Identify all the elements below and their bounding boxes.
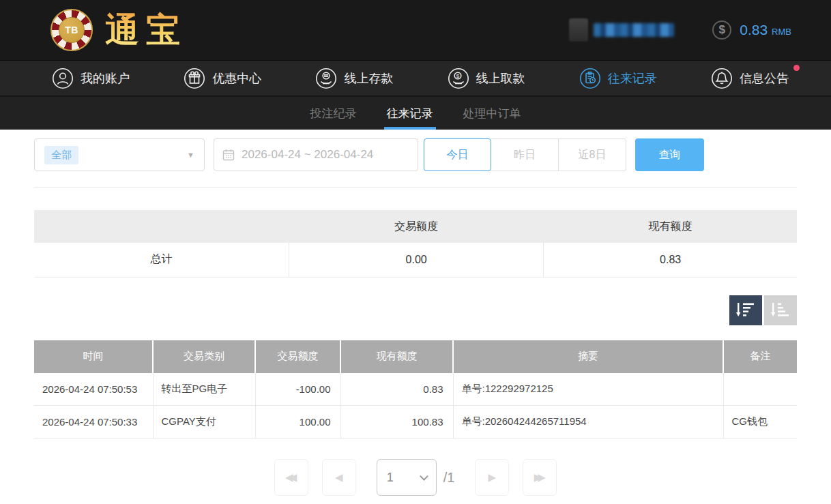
summary-total-label: 总计 <box>34 243 289 277</box>
tab-processing-orders[interactable]: 处理中订单 <box>448 97 536 130</box>
sort-ascending-button[interactable] <box>764 295 797 325</box>
gift-icon <box>184 68 205 89</box>
col-summary: 摘要 <box>453 340 723 373</box>
page-total: /1 <box>443 470 455 486</box>
calendar-icon <box>222 149 235 161</box>
divider <box>34 187 797 188</box>
table-row: 2026-04-24 07:50:53 转出至PG电子 -100.00 0.83… <box>34 373 797 406</box>
pagination: ◀◀ ◀ 1 /1 ▶ ▶▶ <box>34 459 797 496</box>
nav-item-deposit[interactable]: 线上存款 <box>315 68 393 89</box>
summary-header-row: 交易额度 现有额度 <box>34 210 797 243</box>
last-page-button[interactable]: ▶▶ <box>523 459 557 496</box>
table-header-row: 时间 交易类别 交易额度 现有额度 摘要 备注 <box>34 340 797 373</box>
nav-item-my-account[interactable]: 我的账户 <box>52 68 130 89</box>
cell-remark <box>723 373 797 406</box>
cell-transaction-amount: 100.00 <box>255 406 340 439</box>
last-8-days-button[interactable]: 近8日 <box>559 138 626 171</box>
cell-transaction-amount: -100.00 <box>255 373 340 406</box>
balance-currency: RMB <box>772 27 791 37</box>
nav-label: 线上取款 <box>476 70 525 87</box>
summary-table: 交易额度 现有额度 总计 0.00 0.83 <box>34 210 797 278</box>
sub-nav: 投注纪录 往来记录 处理中订单 <box>0 95 831 130</box>
nav-label: 线上存款 <box>344 70 393 87</box>
cell-type: 转出至PG电子 <box>153 373 255 406</box>
records-icon <box>579 68 601 89</box>
cell-remark: CG钱包 <box>723 406 797 439</box>
left-arrow-icon: ◀ <box>335 471 343 484</box>
cell-time: 2026-04-24 07:50:33 <box>34 406 153 439</box>
main-nav: 我的账户 优惠中心 线上存款 $ 线上取款 往 <box>0 60 831 95</box>
right-arrow-icon: ▶ <box>489 471 497 484</box>
page-select-wrap: 1 <box>377 459 437 496</box>
type-chip: 全部 <box>44 146 78 164</box>
col-remark: 备注 <box>723 340 797 373</box>
top-header: TB 通宝 $ 0.83 RMB <box>0 0 831 60</box>
tab-betting-records[interactable]: 投注纪录 <box>295 97 372 130</box>
page-select[interactable]: 1 <box>377 459 437 496</box>
cell-summary: 单号:202604244265711954 <box>453 406 723 439</box>
sort-controls <box>34 295 797 325</box>
quick-date-group: 今日 昨日 近8日 <box>424 138 626 171</box>
dollar-coin-icon: $ <box>712 20 731 40</box>
type-select[interactable]: 全部 ▼ <box>34 138 205 171</box>
nav-item-announcements[interactable]: 信息公告 <box>711 68 789 89</box>
avatar <box>569 18 588 42</box>
user-icon <box>52 68 74 89</box>
date-range-picker[interactable]: 2026-04-24 ~ 2026-04-24 <box>214 138 418 171</box>
search-button[interactable]: 查询 <box>635 138 704 171</box>
svg-text:$: $ <box>456 72 459 78</box>
poker-chip-icon: TB <box>50 9 93 51</box>
summary-header-empty <box>34 210 289 243</box>
logo[interactable]: TB 通宝 <box>50 8 187 53</box>
notification-dot <box>793 65 800 71</box>
nav-item-records[interactable]: 往来记录 <box>579 68 657 89</box>
prev-page-button[interactable]: ◀ <box>322 459 356 496</box>
brand-text: 通宝 <box>105 8 187 53</box>
cell-current-amount: 100.83 <box>340 406 453 439</box>
col-transaction-amount: 交易额度 <box>255 340 340 373</box>
nav-label: 我的账户 <box>81 70 130 87</box>
sort-descending-icon <box>736 301 755 319</box>
sort-ascending-icon <box>771 301 790 319</box>
summary-header-current: 现有额度 <box>544 210 797 243</box>
cell-type: CGPAY支付 <box>153 406 255 439</box>
content: 全部 ▼ 2026-04-24 ~ 2026-04-24 今日 昨日 近8日 查… <box>0 138 831 496</box>
tab-transaction-records[interactable]: 往来记录 <box>372 97 448 130</box>
cell-current-amount: 0.83 <box>340 373 453 406</box>
today-button[interactable]: 今日 <box>424 138 491 171</box>
nav-label: 优惠中心 <box>212 70 261 87</box>
nav-item-withdraw[interactable]: $ 线上取款 <box>448 68 525 89</box>
col-current-amount: 现有额度 <box>340 340 453 373</box>
col-time: 时间 <box>34 340 153 373</box>
transactions-table: 时间 交易类别 交易额度 现有额度 摘要 备注 2026-04-24 07:50… <box>34 340 797 439</box>
deposit-icon <box>315 68 337 89</box>
yesterday-button[interactable]: 昨日 <box>491 138 559 171</box>
next-page-button[interactable]: ▶ <box>475 459 509 496</box>
nav-item-promotions[interactable]: 优惠中心 <box>184 68 261 89</box>
topbar-right: $ 0.83 RMB <box>569 18 791 42</box>
summary-transaction-amount: 0.00 <box>289 243 543 277</box>
first-page-button[interactable]: ◀◀ <box>274 459 308 496</box>
date-range-value: 2026-04-24 ~ 2026-04-24 <box>242 148 373 162</box>
summary-total-row: 总计 0.00 0.83 <box>34 243 797 277</box>
balance-amount: 0.83 <box>740 22 768 38</box>
col-type: 交易类别 <box>153 340 255 373</box>
chevron-down-icon: ▼ <box>187 151 194 159</box>
username-blurred <box>594 23 674 37</box>
cell-summary: 单号:122292972125 <box>453 373 723 406</box>
summary-header-transaction: 交易额度 <box>289 210 543 243</box>
nav-label: 往来记录 <box>608 70 657 87</box>
table-row: 2026-04-24 07:50:33 CGPAY支付 100.00 100.8… <box>34 406 797 439</box>
balance[interactable]: $ 0.83 RMB <box>712 20 791 40</box>
filter-row: 全部 ▼ 2026-04-24 ~ 2026-04-24 今日 昨日 近8日 查… <box>34 138 797 171</box>
logo-badge: TB <box>65 25 78 35</box>
double-left-arrow-icon: ◀◀ <box>285 471 293 484</box>
double-right-arrow-icon: ▶▶ <box>534 471 542 484</box>
cell-time: 2026-04-24 07:50:53 <box>34 373 153 406</box>
withdraw-icon: $ <box>448 68 469 89</box>
nav-label: 信息公告 <box>740 70 789 87</box>
summary-current-amount: 0.83 <box>544 243 797 277</box>
bell-icon <box>711 68 733 89</box>
sort-descending-button[interactable] <box>729 295 762 325</box>
